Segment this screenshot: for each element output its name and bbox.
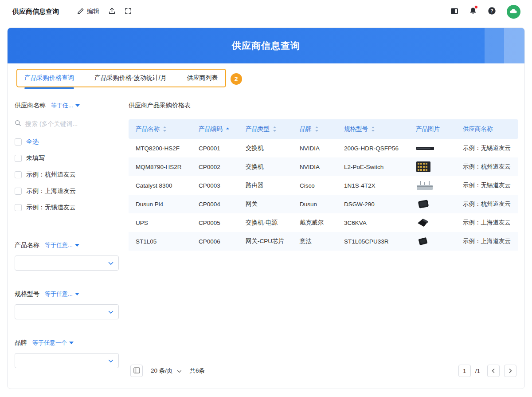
tab-3[interactable]: 供应商列表 [187, 70, 218, 86]
brand-filter: 品牌 等于任意一个 [15, 339, 119, 368]
tab-2[interactable]: 产品采购价格-波动统计/月 [94, 70, 167, 86]
product-name-operator-label: 等于任意... [45, 241, 73, 249]
edit-button[interactable]: 编辑 [77, 8, 99, 16]
column-header-2[interactable]: 产品编码 [193, 119, 240, 139]
total-count: 共6条 [190, 367, 205, 375]
help-button[interactable]: ? [488, 7, 496, 16]
product-type-cell: 交换机-电源 [240, 213, 294, 232]
brand-operator-label: 等于任意一个 [32, 339, 67, 347]
product-image-cell [411, 195, 458, 213]
checkbox-item-3[interactable]: 示例：杭州道友云 [15, 166, 119, 183]
checkbox[interactable] [15, 138, 22, 145]
column-settings-button[interactable] [130, 365, 143, 377]
annotation-badge: 2 [231, 73, 242, 85]
notifications-button[interactable] [469, 7, 477, 16]
caret-down-icon [75, 293, 79, 295]
supplier-operator-label: 等于任... [51, 102, 73, 110]
product-name-cell: Catalyst 8300 [129, 176, 193, 195]
caret-down-icon [75, 104, 80, 107]
brand-operator-dropdown[interactable]: 等于任意一个 [32, 339, 74, 347]
product-image[interactable] [416, 236, 430, 247]
spec-model-operator-label: 等于任意... [45, 290, 73, 298]
active-tab-underline [24, 87, 74, 89]
checkbox[interactable] [15, 155, 22, 162]
checkbox[interactable] [15, 204, 22, 211]
chevron-down-icon [108, 259, 113, 267]
main-panel: 供应商产品采购价格表 产品名称产品编码产品类型品牌规格型号产品图片供应商名称 M… [129, 102, 518, 377]
brand-cell: 戴克威尔 [294, 213, 339, 232]
spec-model-select[interactable] [15, 304, 119, 319]
product-image[interactable] [416, 144, 434, 153]
tab-1[interactable]: 产品采购价格查询 [24, 70, 74, 86]
chevron-down-icon [108, 357, 113, 365]
banner-decoration [485, 28, 504, 63]
table-row-6[interactable]: ST1L05CP0006网关-CPU芯片意法ST1L05CPU33R示例：上海道… [129, 232, 518, 251]
table-row-2[interactable]: MQM8790-HS2RCP0002交换机NVIDIAL2-PoE-Switch… [129, 157, 518, 176]
product-image-cell [411, 213, 458, 232]
product-image[interactable] [416, 180, 434, 191]
checkbox-item-4[interactable]: 示例：上海道友云 [15, 183, 119, 199]
filter-sidebar: 供应商名称 等于任... 全选未填写示例：杭州道友云示例：上海道友云示例：无锡道… [15, 102, 119, 377]
column-header-5[interactable]: 规格型号 [339, 119, 411, 139]
table-row-4[interactable]: Dusun Pi4CP0004网关DusunDSGW-290示例：杭州道友云 [129, 195, 518, 213]
checkbox-label: 未填写 [26, 154, 45, 162]
spec-model-operator-dropdown[interactable]: 等于任意... [45, 290, 79, 298]
product-type-cell: 网关 [240, 195, 294, 213]
total-pages-label: /1 [475, 368, 480, 374]
supplier-name-cell: 示例：上海道友云 [458, 213, 518, 232]
page-size-value: 20 条/页 [151, 367, 173, 375]
notification-dot [474, 5, 478, 9]
product-name-filter: 产品名称 等于任意... [15, 241, 119, 271]
brand-cell: NVIDIA [294, 157, 339, 176]
edit-icon [77, 8, 84, 16]
product-name-cell: Dusun Pi4 [129, 195, 193, 213]
product-name-select[interactable] [15, 255, 119, 271]
price-table: 产品名称产品编码产品类型品牌规格型号产品图片供应商名称 MTQ8200-HS2F… [129, 119, 518, 251]
table-row-5[interactable]: UPSCP0005交换机-电源戴克威尔3C6KVA示例：上海道友云 [129, 213, 518, 232]
next-page-button[interactable] [504, 365, 516, 377]
columns-icon [133, 367, 140, 375]
checkbox-item-1[interactable]: 全选 [15, 134, 119, 150]
brand-cell: 意法 [294, 232, 339, 251]
checkbox-label: 全选 [26, 138, 39, 146]
checkbox-item-5[interactable]: 示例：无锡道友云 [15, 199, 119, 216]
product-code-cell: CP0002 [193, 157, 240, 176]
product-image[interactable] [416, 161, 431, 173]
supplier-name-cell: 示例：杭州道友云 [458, 195, 518, 213]
chevron-down-icon [177, 368, 182, 374]
column-label: 品牌 [300, 125, 312, 133]
brand-select[interactable] [15, 353, 119, 368]
sidebar-toggle-button[interactable] [450, 8, 458, 16]
product-image-cell [411, 176, 458, 195]
column-header-3[interactable]: 产品类型 [240, 119, 294, 139]
avatar[interactable] [507, 5, 520, 19]
prev-page-button[interactable] [487, 365, 500, 377]
checkbox[interactable] [15, 188, 22, 195]
product-image-cell [411, 232, 458, 251]
product-image[interactable] [416, 217, 430, 228]
search-input[interactable] [25, 120, 119, 127]
product-name-operator-dropdown[interactable]: 等于任意... [45, 241, 79, 249]
export-button[interactable] [108, 7, 116, 16]
supplier-checkbox-list: 全选未填写示例：杭州道友云示例：上海道友云示例：无锡道友云 [15, 134, 119, 216]
column-header-1[interactable]: 产品名称 [129, 119, 193, 139]
product-name-cell: UPS [129, 213, 193, 232]
page-size-select[interactable]: 20 条/页 [151, 367, 182, 375]
fullscreen-icon [125, 8, 132, 16]
supplier-operator-dropdown[interactable]: 等于任... [51, 102, 80, 110]
table-row-3[interactable]: Catalyst 8300CP0003路由器Cisco1N1S-4T2X示例：无… [129, 176, 518, 195]
column-header-4[interactable]: 品牌 [294, 119, 339, 139]
table-row-1[interactable]: MTQ8200-HS2FCP0001交换机NVIDIA200G-HDR-QSFP… [129, 139, 518, 157]
checkbox[interactable] [15, 171, 22, 178]
spec-model-cell: ST1L05CPU33R [339, 232, 411, 251]
product-image-cell [411, 157, 458, 176]
fullscreen-button[interactable] [125, 8, 132, 16]
edit-label: 编辑 [87, 8, 99, 16]
product-image[interactable] [416, 198, 431, 210]
topbar-left: 供应商信息查询 编辑 [12, 7, 132, 16]
tabs-bar: 产品采购价格查询产品采购价格-波动统计/月供应商列表 2 [8, 63, 524, 89]
spec-model-filter-head: 规格型号 等于任意... [15, 290, 119, 298]
checkbox-item-2[interactable]: 未填写 [15, 150, 119, 166]
search-box [15, 118, 119, 130]
current-page-input[interactable]: 1 [458, 365, 471, 377]
